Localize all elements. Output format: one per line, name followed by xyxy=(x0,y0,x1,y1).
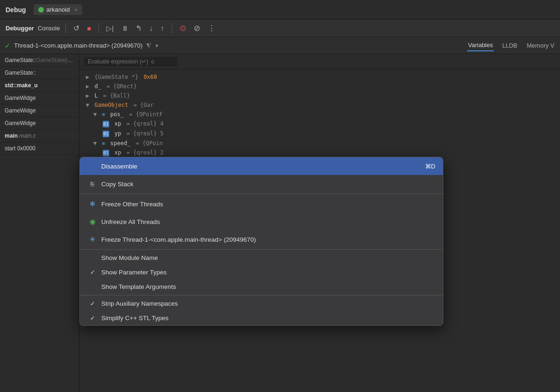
menu-item-unfreeze-all[interactable]: ◉ Unfreeze All Threads xyxy=(80,213,443,231)
menu-label-show-module: Show Module Name xyxy=(101,254,158,261)
strip-aux-check: ✓ xyxy=(87,300,98,307)
toolbar-separator-1 xyxy=(65,24,66,33)
var-row-gamestate[interactable]: ▶ {GameState *} 0x60 xyxy=(79,72,560,82)
freeze-other-icon: ❄ xyxy=(87,199,98,209)
tab-lldb[interactable]: LLDB xyxy=(501,40,518,51)
tab-arkanoid[interactable]: arkanoid × xyxy=(34,4,82,15)
expand-icon-l: ▶ xyxy=(86,92,89,99)
tab-status-dot xyxy=(38,7,44,13)
reload-icon[interactable]: ↺ xyxy=(71,24,81,33)
stack-item-4[interactable]: GameWidge xyxy=(0,105,79,117)
step-over-icon[interactable]: ↱ xyxy=(134,24,144,33)
disassemble-icon xyxy=(87,161,98,171)
disable-breakpoint-icon[interactable]: ⊘ xyxy=(192,23,202,33)
menu-label-copy-stack: Copy Stack xyxy=(101,181,133,188)
resume-icon[interactable]: ▷| xyxy=(105,24,116,33)
thread-filter-icon[interactable]: ⧨ xyxy=(146,42,152,49)
expand-icon: ▶ xyxy=(86,74,89,80)
menu-item-copy-stack[interactable]: ⎘ Copy Stack xyxy=(80,175,443,193)
freeze-thread-icon: ✳ xyxy=(87,234,98,245)
menu-item-show-template[interactable]: Show Template Arguments xyxy=(80,280,443,294)
disassemble-shortcut: ⌘D xyxy=(425,163,435,170)
menu-separator-1 xyxy=(80,194,443,194)
stack-item-3[interactable]: GameWidge xyxy=(0,92,79,105)
menu-item-strip-aux[interactable]: ✓ Strip Auxiliary Namespaces xyxy=(80,296,443,311)
thread-check-icon: ✓ xyxy=(5,42,10,49)
expand-icon-pos: ▼ xyxy=(93,111,97,118)
menu-label-show-param: Show Parameter Types xyxy=(101,269,167,276)
toolbar: Debugger Console ↺ ■ ▷| ⏸ ↱ ↓ ↑ ⊙ ⊘ ⋮ xyxy=(0,20,560,37)
main-content: GameState::GameState(int, int) GameState… xyxy=(0,54,560,392)
field-icon-yp: 01 xyxy=(103,131,109,137)
step-out-icon[interactable]: ↑ xyxy=(159,24,166,33)
stack-item-5[interactable]: GameWidge xyxy=(0,117,79,130)
context-menu: Disassemble ⌘D ⎘ Copy Stack ❄ Freeze Oth… xyxy=(79,157,443,326)
menu-label-freeze-other: Freeze Other Threads xyxy=(101,201,163,208)
var-row-pos-yp[interactable]: 01 yp = {qreal} 5 xyxy=(79,129,560,139)
title-bar: Debug arkanoid × xyxy=(0,0,560,20)
stop-icon[interactable]: ■ xyxy=(85,24,92,33)
eq-bar-pos: ≡ xyxy=(102,112,105,118)
tab-label: arkanoid xyxy=(47,6,70,13)
stack-item-7[interactable]: start 0x0000 xyxy=(0,142,79,155)
copy-stack-icon: ⎘ xyxy=(87,179,98,189)
var-row-gameobject[interactable]: ▼ GameObject = {Gar xyxy=(79,100,560,110)
unfreeze-icon: ◉ xyxy=(87,217,98,227)
stack-item-6[interactable]: main main.c xyxy=(0,130,79,142)
var-row-pos-xp[interactable]: 01 xp = {qreal} 4 xyxy=(79,119,560,129)
var-row-speed-xp[interactable]: 01 xp = {qreal} 2 xyxy=(79,148,560,158)
tab-variables[interactable]: Variables xyxy=(467,40,494,51)
menu-label-simplify-stl: Simplify C++ STL Types xyxy=(101,315,168,322)
menu-label-strip-aux: Strip Auxiliary Namespaces xyxy=(101,300,178,307)
eval-expression-input[interactable] xyxy=(84,57,177,66)
menu-label-show-template: Show Template Arguments xyxy=(101,283,176,290)
menu-label-freeze-thread: Freeze Thread-1-<com.apple.main-thread> … xyxy=(101,236,256,243)
var-row-pos[interactable]: ▼ ≡ pos_ = {QPointF xyxy=(79,110,560,119)
var-row-speed[interactable]: ▼ ≡ speed_ = {QPoin xyxy=(79,139,560,148)
more-options-icon[interactable]: ⋮ xyxy=(206,23,217,33)
tab-close-button[interactable]: × xyxy=(74,7,77,13)
eq-bar-speed: ≡ xyxy=(102,140,105,147)
stack-item-2[interactable]: std::make_u xyxy=(0,79,79,92)
thread-bar: ✓ Thread-1-<com.apple.main-thread> (2094… xyxy=(0,37,560,54)
thread-name-label: Thread-1-<com.apple.main-thread> (209496… xyxy=(14,42,142,49)
menu-separator-3 xyxy=(80,295,443,295)
vars-header xyxy=(79,54,560,70)
console-tab[interactable]: Console xyxy=(38,25,60,32)
menu-item-disassemble[interactable]: Disassemble ⌘D xyxy=(80,157,443,175)
app-title: Debug xyxy=(6,6,26,14)
menu-item-show-param[interactable]: ✓ Show Parameter Types xyxy=(80,265,443,280)
menu-label-unfreeze-all: Unfreeze All Threads xyxy=(101,218,160,225)
breakpoint-icon[interactable]: ⊙ xyxy=(178,23,188,33)
menu-item-simplify-stl[interactable]: ✓ Simplify C++ STL Types xyxy=(80,311,443,325)
toolbar-separator-2 xyxy=(98,24,99,33)
tab-memory[interactable]: Memory V xyxy=(526,40,555,51)
field-icon-xp: 01 xyxy=(103,121,109,127)
pause-icon[interactable]: ⏸ xyxy=(119,24,130,33)
right-tab-group: Variables LLDB Memory V xyxy=(467,40,555,51)
stack-item-1[interactable]: GameState:: xyxy=(0,67,79,79)
menu-item-freeze-other[interactable]: ❄ Freeze Other Threads xyxy=(80,195,443,213)
menu-separator-2 xyxy=(80,249,443,250)
step-into-icon[interactable]: ↓ xyxy=(147,24,155,33)
expand-icon-gameobject: ▼ xyxy=(86,102,89,108)
toolbar-separator-3 xyxy=(172,24,172,33)
expand-icon-speed: ▼ xyxy=(93,140,97,147)
stack-item-0[interactable]: GameState::GameState(int, int) GameState… xyxy=(0,54,79,67)
debugger-tab[interactable]: Debugger xyxy=(6,25,34,32)
menu-item-show-module[interactable]: Show Module Name xyxy=(80,251,443,265)
stack-pane: GameState::GameState(int, int) GameState… xyxy=(0,54,79,392)
var-row-l[interactable]: ▶ L = {Ball} xyxy=(79,91,560,100)
show-param-check: ✓ xyxy=(87,269,98,276)
expand-icon-d: ▶ xyxy=(86,83,89,90)
menu-label-disassemble: Disassemble xyxy=(101,163,137,170)
thread-dropdown-icon[interactable]: ▾ xyxy=(155,42,158,49)
menu-item-freeze-thread[interactable]: ✳ Freeze Thread-1-<com.apple.main-thread… xyxy=(80,231,443,248)
var-row-d[interactable]: ▶ d_ = {QRect} xyxy=(79,82,560,91)
field-icon-speed-xp: 01 xyxy=(103,150,109,156)
simplify-stl-check: ✓ xyxy=(87,315,98,322)
